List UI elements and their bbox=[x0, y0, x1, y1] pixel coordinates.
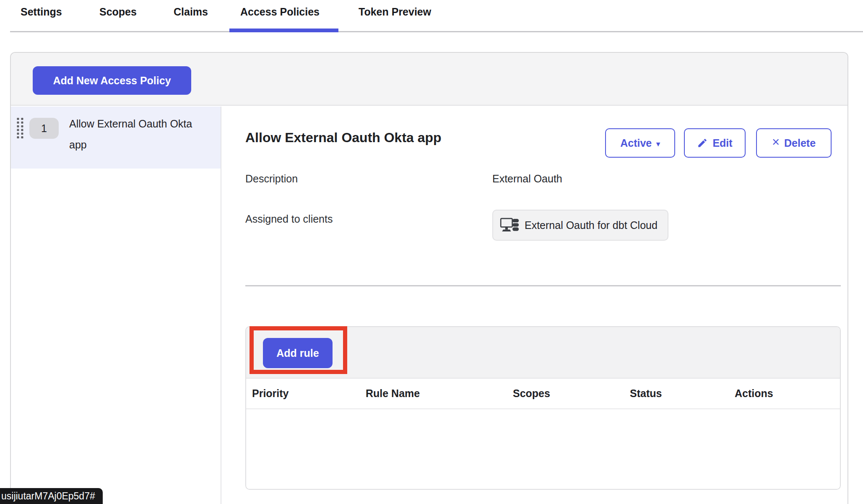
add-rule-button[interactable]: Add rule bbox=[263, 338, 333, 368]
description-label: Description bbox=[245, 173, 298, 185]
active-tab-underline bbox=[229, 29, 338, 32]
policy-priority-badge: 1 bbox=[29, 118, 59, 139]
delete-label: Delete bbox=[784, 137, 816, 149]
computer-database-icon bbox=[500, 216, 519, 234]
tab-scopes[interactable]: Scopes bbox=[99, 6, 137, 18]
status-dropdown-button[interactable]: Active ▾ bbox=[605, 128, 675, 158]
tab-claims[interactable]: Claims bbox=[174, 6, 208, 18]
column-header-rule-name: Rule Name bbox=[366, 387, 420, 400]
edit-label: Edit bbox=[712, 137, 732, 149]
panel-header: Add New Access Policy bbox=[11, 53, 847, 106]
add-new-access-policy-button[interactable]: Add New Access Policy bbox=[33, 66, 191, 95]
tab-access-policies[interactable]: Access Policies bbox=[240, 6, 320, 18]
column-header-actions: Actions bbox=[735, 387, 773, 400]
tab-token-preview[interactable]: Token Preview bbox=[359, 6, 431, 18]
pencil-icon bbox=[697, 138, 708, 148]
rules-table-body bbox=[246, 409, 840, 489]
column-header-priority: Priority bbox=[252, 387, 289, 400]
section-divider bbox=[245, 285, 841, 286]
tab-bar-divider bbox=[10, 31, 863, 32]
column-header-scopes: Scopes bbox=[513, 387, 550, 400]
policy-name: Allow External Oauth Okta app bbox=[69, 113, 195, 155]
edit-button[interactable]: Edit bbox=[684, 128, 746, 158]
policy-list: 1 Allow External Oauth Okta app bbox=[11, 107, 221, 504]
column-header-status: Status bbox=[630, 387, 662, 400]
rules-header: Add rule bbox=[246, 327, 840, 379]
delete-button[interactable]: × Delete bbox=[756, 128, 832, 158]
policy-detail-title: Allow External Oauth Okta app bbox=[245, 130, 442, 145]
assigned-to-clients-label: Assigned to clients bbox=[245, 213, 333, 225]
client-chip-label: External Oauth for dbt Cloud bbox=[525, 219, 658, 231]
link-preview-tooltip: usijiutarM7Aj0Ep5d7# bbox=[0, 488, 103, 504]
policy-list-item[interactable]: 1 Allow External Oauth Okta app bbox=[11, 107, 221, 169]
client-chip[interactable]: External Oauth for dbt Cloud bbox=[492, 210, 668, 241]
chevron-down-icon: ▾ bbox=[656, 140, 660, 148]
status-label: Active bbox=[620, 137, 652, 149]
rules-table-header: Priority Rule Name Scopes Status Actions bbox=[246, 379, 840, 409]
rules-section: Add rule Priority Rule Name Scopes Statu… bbox=[245, 326, 841, 490]
close-icon: × bbox=[772, 135, 780, 150]
screen: Settings Scopes Claims Access Policies T… bbox=[0, 0, 863, 504]
tab-settings[interactable]: Settings bbox=[21, 6, 62, 18]
description-value: External Oauth bbox=[492, 173, 562, 185]
